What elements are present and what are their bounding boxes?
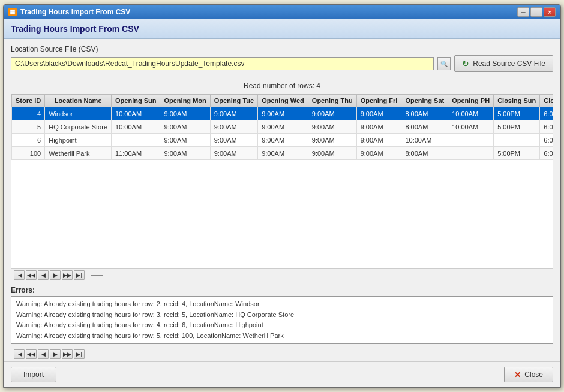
- rows-count: Read number of rows: 4: [4, 78, 560, 94]
- nav-last-button[interactable]: ▶|: [74, 270, 85, 280]
- col-opening-tue: Opening Tue: [210, 95, 257, 107]
- main-window: Trading Hours Import From CSV ─ □ ✕ Trad…: [3, 4, 561, 388]
- errors-nav-prev-button[interactable]: ◀: [38, 349, 49, 359]
- title-bar: Trading Hours Import From CSV ─ □ ✕: [4, 5, 560, 19]
- search-icon: 🔍: [440, 61, 448, 67]
- nav-prev-button[interactable]: ◀: [38, 270, 49, 280]
- table-row[interactable]: 6Highpoint9:00AM9:00AM9:00AM9:00AM9:00AM…: [12, 134, 553, 147]
- errors-nav-next-next-button[interactable]: ▶▶: [62, 349, 73, 359]
- col-store-id: Store ID: [12, 95, 45, 107]
- errors-nav: |◀ ◀◀ ◀ ▶ ▶▶ ▶|: [11, 348, 553, 361]
- nav-next-next-button[interactable]: ▶▶: [62, 270, 73, 280]
- form-area: Location Source File (CSV) 🔍 ↻ Read Sour…: [4, 39, 560, 78]
- error-message: Warning: Already existing trading hours …: [16, 299, 548, 310]
- table-header-row: Store ID Location Name Opening Sun Openi…: [12, 95, 553, 107]
- col-closing-sun: Closing Sun: [494, 95, 540, 107]
- file-path-input[interactable]: [11, 57, 434, 70]
- window-close-button[interactable]: ✕: [544, 7, 556, 17]
- dialog-header: Trading Hours Import From CSV: [4, 19, 560, 39]
- errors-nav-first-button[interactable]: |◀: [14, 349, 25, 359]
- table-row[interactable]: 5HQ Corporate Store10:00AM9:00AM9:00AM9:…: [12, 120, 553, 134]
- col-opening-sun: Opening Sun: [112, 95, 160, 107]
- col-closing-mon: Closir: [540, 95, 553, 107]
- browse-button[interactable]: 🔍: [437, 57, 451, 70]
- read-csv-button[interactable]: ↻ Read Source CSV File: [454, 55, 553, 72]
- table-wrapper[interactable]: Store ID Location Name Opening Sun Openi…: [11, 94, 553, 268]
- errors-label: Errors:: [11, 286, 553, 294]
- nav-next-button[interactable]: ▶: [50, 270, 61, 280]
- col-opening-fri: Opening Fri: [356, 95, 401, 107]
- bottom-bar: Import ✕ Close: [4, 361, 560, 387]
- svg-rect-0: [10, 10, 15, 14]
- errors-nav-prev-prev-button[interactable]: ◀◀: [26, 349, 37, 359]
- nav-separator: [91, 275, 103, 276]
- import-button[interactable]: Import: [11, 367, 56, 382]
- window-icon: [8, 8, 17, 16]
- errors-section: Errors: Warning: Already existing tradin…: [11, 286, 553, 344]
- content-area: Location Source File (CSV) 🔍 ↻ Read Sour…: [4, 39, 560, 387]
- table-row[interactable]: 4Windsor10:00AM9:00AM9:00AM9:00AM9:00AM9…: [12, 107, 553, 120]
- errors-box: Warning: Already existing trading hours …: [11, 296, 553, 344]
- table-row[interactable]: 100Wetherill Park11:00AM9:00AM9:00AM9:00…: [12, 147, 553, 160]
- table-nav: |◀ ◀◀ ◀ ▶ ▶▶ ▶|: [11, 268, 553, 282]
- error-message: Warning: Already existing trading hours …: [16, 310, 548, 321]
- errors-nav-next-button[interactable]: ▶: [50, 349, 61, 359]
- data-table: Store ID Location Name Opening Sun Openi…: [11, 94, 553, 160]
- col-location-name: Location Name: [45, 95, 112, 107]
- refresh-icon: ↻: [462, 59, 469, 68]
- col-opening-thu: Opening Thu: [308, 95, 356, 107]
- data-table-section: Store ID Location Name Opening Sun Openi…: [11, 94, 553, 282]
- file-label: Location Source File (CSV): [11, 45, 553, 53]
- col-opening-sat: Opening Sat: [401, 95, 448, 107]
- close-icon: ✕: [514, 370, 521, 379]
- minimize-button[interactable]: ─: [517, 7, 529, 17]
- window-title: Trading Hours Import From CSV: [20, 8, 130, 16]
- file-row: 🔍 ↻ Read Source CSV File: [11, 55, 553, 72]
- error-message: Warning: Already existing trading hours …: [16, 320, 548, 331]
- error-message: Warning: Already existing trading hours …: [16, 331, 548, 342]
- maximize-button[interactable]: □: [530, 7, 542, 17]
- col-opening-mon: Opening Mon: [160, 95, 210, 107]
- table-body: 4Windsor10:00AM9:00AM9:00AM9:00AM9:00AM9…: [12, 107, 553, 160]
- errors-nav-last-button[interactable]: ▶|: [74, 349, 85, 359]
- close-button[interactable]: ✕ Close: [504, 367, 553, 382]
- col-opening-ph: Opening PH: [448, 95, 494, 107]
- nav-first-button[interactable]: |◀: [14, 270, 25, 280]
- col-opening-wed: Opening Wed: [258, 95, 308, 107]
- nav-prev-prev-button[interactable]: ◀◀: [26, 270, 37, 280]
